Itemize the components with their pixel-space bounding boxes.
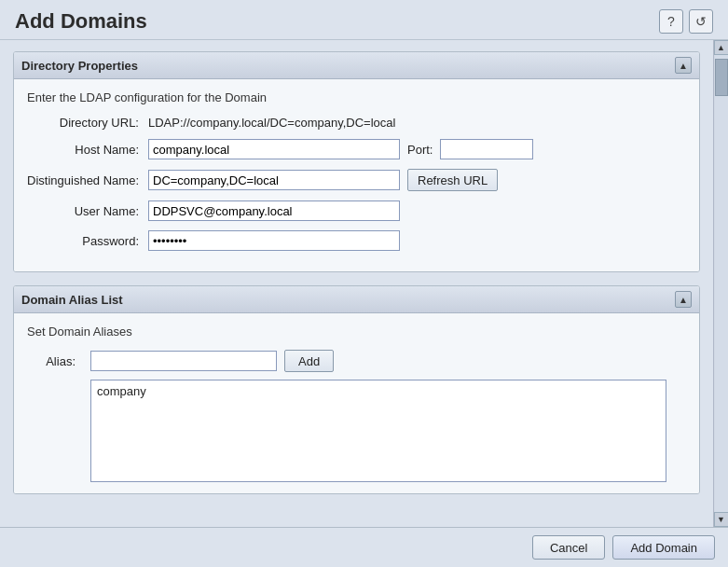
dn-label: Distinguished Name:: [27, 173, 148, 187]
directory-url-label: Directory URL:: [27, 116, 148, 130]
port-row: Port:: [407, 139, 533, 159]
directory-properties-body: Enter the LDAP configuration for the Dom…: [14, 79, 699, 271]
domain-alias-title: Domain Alias List: [21, 293, 123, 307]
password-label: Password:: [27, 234, 148, 248]
dn-input[interactable]: [148, 170, 400, 190]
scroll-up-arrow[interactable]: ▲: [714, 40, 729, 55]
username-label: User Name:: [27, 204, 148, 218]
directory-url-value: LDAP://company.local/DC=company,DC=local: [148, 116, 395, 130]
cancel-button[interactable]: Cancel: [532, 535, 605, 560]
domain-alias-header: Domain Alias List ▲: [14, 286, 699, 313]
refresh-button[interactable]: ↺: [689, 9, 713, 34]
port-input[interactable]: [440, 139, 533, 159]
directory-properties-panel: Directory Properties ▲ Enter the LDAP co…: [13, 51, 700, 272]
alias-input[interactable]: [90, 351, 277, 371]
scroll-track: [715, 55, 728, 512]
password-input[interactable]: [148, 230, 400, 251]
scrollable-content: Directory Properties ▲ Enter the LDAP co…: [0, 40, 713, 527]
add-alias-button[interactable]: Add: [284, 350, 334, 372]
alias-list-box[interactable]: company: [90, 380, 666, 482]
main-container: Add Domains ? ↺ Directory Properties ▲ E…: [0, 0, 728, 567]
scroll-down-arrow[interactable]: ▼: [714, 512, 729, 527]
domain-alias-collapse[interactable]: ▲: [675, 291, 692, 308]
domain-alias-body: Set Domain Aliases Alias: Add company: [14, 313, 699, 493]
hostname-row: Host Name: Port:: [27, 139, 686, 159]
directory-properties-collapse[interactable]: ▲: [675, 57, 692, 74]
directory-properties-header: Directory Properties ▲: [14, 52, 699, 79]
header-icons: ? ↺: [659, 9, 713, 34]
port-label: Port:: [407, 143, 433, 157]
scroll-thumb[interactable]: [715, 59, 728, 96]
header: Add Domains ? ↺: [0, 0, 728, 40]
dn-row: Distinguished Name: Refresh URL: [27, 169, 686, 191]
page-title: Add Domains: [15, 9, 147, 34]
alias-input-row: Alias: Add: [27, 350, 686, 372]
domain-alias-subtitle: Set Domain Aliases: [27, 325, 686, 339]
directory-url-row: Directory URL: LDAP://company.local/DC=c…: [27, 116, 686, 130]
list-item: company: [97, 384, 660, 398]
refresh-url-button[interactable]: Refresh URL: [407, 169, 498, 191]
hostname-label: Host Name:: [27, 143, 148, 157]
help-button[interactable]: ?: [659, 9, 683, 34]
directory-properties-title: Directory Properties: [21, 59, 138, 73]
alias-label: Alias:: [27, 354, 83, 368]
hostname-input[interactable]: [148, 139, 400, 159]
domain-alias-panel: Domain Alias List ▲ Set Domain Aliases A…: [13, 285, 700, 494]
username-input[interactable]: [148, 201, 400, 221]
content-area: Directory Properties ▲ Enter the LDAP co…: [0, 40, 728, 527]
username-row: User Name:: [27, 201, 686, 221]
footer: Cancel Add Domain: [0, 527, 728, 567]
side-scrollbar: ▲ ▼: [713, 40, 728, 527]
directory-properties-subtitle: Enter the LDAP configuration for the Dom…: [27, 90, 686, 104]
password-row: Password:: [27, 230, 686, 251]
add-domain-button[interactable]: Add Domain: [612, 535, 715, 560]
